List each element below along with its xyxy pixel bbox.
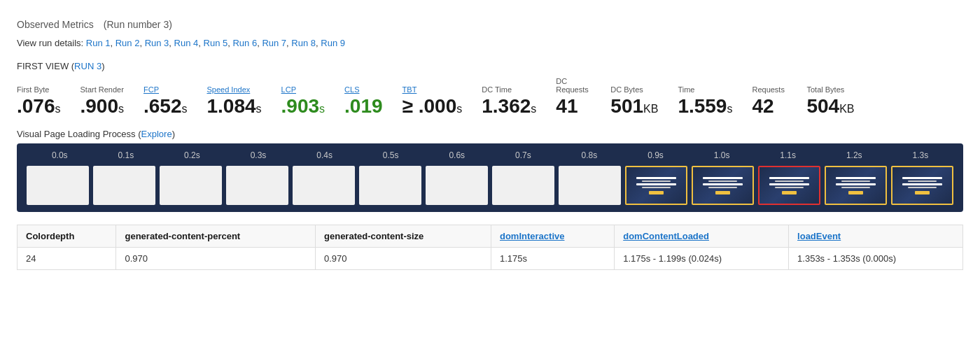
timestamp-13: 1.3s (888, 150, 954, 160)
metric-label-4[interactable]: LCP (281, 85, 326, 94)
table-cell-4: 1.175s - 1.199s (0.024s) (615, 248, 789, 270)
table-cell-2: 0.970 (316, 248, 491, 270)
run-link-7[interactable]: Run 7 (262, 38, 286, 48)
timestamp-3: 0.3s (225, 150, 292, 160)
filmstrip-timestamps: 0.0s0.1s0.2s0.3s0.4s0.5s0.6s0.7s0.8s0.9s… (27, 150, 953, 160)
first-view-label: FIRST VIEW (RUN 3) (17, 61, 963, 71)
table-header-5[interactable]: loadEvent (789, 225, 963, 248)
table-header-3[interactable]: domInteractive (491, 225, 614, 248)
filmstrip-frame-0 (27, 166, 89, 205)
metric-item-5: CLS.019 (344, 85, 383, 116)
page-title: Observed Metrics (Run number 3) (17, 14, 963, 32)
timestamp-0: 0.0s (27, 150, 93, 160)
metric-label-7: DC Time (482, 85, 536, 94)
table-cell-5: 1.353s - 1.353s (0.000s) (789, 248, 963, 270)
filmstrip-frame-7 (492, 166, 554, 205)
metric-label-5[interactable]: CLS (344, 85, 383, 94)
metric-value-12: 504KB (806, 97, 854, 116)
title-text: Observed Metrics (17, 19, 94, 30)
metric-item-12: Total Bytes504KB (806, 85, 854, 116)
title-subtitle: (Run number 3) (104, 19, 172, 30)
timestamp-2: 0.2s (159, 150, 225, 160)
run-links: View run details: Run 1, Run 2, Run 3, R… (17, 38, 963, 48)
visual-label-text: Visual Page Loading Process (17, 129, 136, 139)
metric-item-8: DCRequests41 (556, 77, 591, 116)
metric-label-11: Requests (752, 85, 787, 94)
timestamp-6: 0.6s (424, 150, 490, 160)
metric-label-1: Start Render (80, 85, 125, 94)
first-view-run-link[interactable]: RUN 3 (74, 61, 102, 71)
metric-item-9: DC Bytes501KB (610, 85, 658, 116)
metric-item-3: Speed Index1.084s (207, 85, 262, 116)
timestamp-8: 0.8s (556, 150, 623, 160)
metric-label-8: DCRequests (556, 77, 591, 94)
filmstrip-frame-8 (559, 166, 621, 205)
metric-value-2: .652s (144, 97, 188, 116)
first-view-text: FIRST VIEW (17, 61, 69, 71)
metric-value-11: 42 (752, 97, 787, 116)
metric-item-11: Requests42 (752, 85, 787, 116)
metric-item-0: First Byte.076s (17, 85, 61, 116)
table-header-0: Colordepth (18, 225, 116, 248)
run-link-8[interactable]: Run 8 (291, 38, 316, 48)
metric-label-9: DC Bytes (610, 85, 658, 94)
table-cell-0: 24 (18, 248, 116, 270)
filmstrip: 0.0s0.1s0.2s0.3s0.4s0.5s0.6s0.7s0.8s0.9s… (17, 143, 963, 212)
run-link-1[interactable]: Run 1 (86, 38, 111, 48)
filmstrip-frame-6 (426, 166, 488, 205)
metric-value-9: 501KB (610, 97, 658, 116)
filmstrip-frame-10 (692, 166, 754, 205)
filmstrip-frame-3 (226, 166, 288, 205)
explore-link[interactable]: Explore (141, 129, 172, 139)
metric-label-6[interactable]: TBT (402, 85, 463, 94)
metric-value-8: 41 (556, 97, 591, 116)
metric-item-1: Start Render.900s (80, 85, 125, 116)
metric-item-7: DC Time1.362s (482, 85, 536, 116)
filmstrip-frame-5 (359, 166, 421, 205)
metric-value-6: ≥ .000s (402, 97, 463, 116)
filmstrip-frame-1 (93, 166, 155, 205)
filmstrip-frame-11 (758, 166, 820, 205)
table-header-1: generated-content-percent (116, 225, 316, 248)
metric-value-7: 1.362s (482, 97, 536, 116)
run-links-prefix: View run details: (17, 38, 83, 48)
run-link-5[interactable]: Run 5 (204, 38, 228, 48)
table-header-4[interactable]: domContentLoaded (615, 225, 789, 248)
run-link-2[interactable]: Run 2 (115, 38, 140, 48)
data-table: Colordepthgenerated-content-percentgener… (17, 225, 963, 270)
metric-value-10: 1.559s (678, 97, 732, 116)
table-cell-1: 0.970 (116, 248, 316, 270)
table-row: 240.9700.9701.175s1.175s - 1.199s (0.024… (18, 248, 963, 270)
timestamp-11: 1.1s (755, 150, 821, 160)
filmstrip-frame-9 (625, 166, 687, 205)
metric-label-2[interactable]: FCP (144, 85, 188, 94)
timestamp-4: 0.4s (291, 150, 358, 160)
metrics-row: First Byte.076sStart Render.900sFCP.652s… (17, 77, 963, 116)
metric-label-0: First Byte (17, 85, 61, 94)
run-link-9[interactable]: Run 9 (321, 38, 345, 48)
timestamp-10: 1.0s (689, 150, 755, 160)
filmstrip-frame-12 (825, 166, 887, 205)
table-cell-3: 1.175s (491, 248, 614, 270)
metric-item-6: TBT≥ .000s (402, 85, 463, 116)
table-header-2: generated-content-size (316, 225, 491, 248)
metric-value-5: .019 (344, 97, 383, 116)
run-link-6[interactable]: Run 6 (232, 38, 257, 48)
filmstrip-frame-4 (293, 166, 355, 205)
metric-label-10: Time (678, 85, 732, 94)
metric-label-3[interactable]: Speed Index (207, 85, 262, 94)
timestamp-1: 0.1s (93, 150, 160, 160)
metric-item-4: LCP.903s (281, 85, 326, 116)
filmstrip-frame-13 (891, 166, 953, 205)
filmstrip-frames (27, 166, 953, 205)
metric-item-10: Time1.559s (678, 85, 732, 116)
metric-value-0: .076s (17, 97, 61, 116)
timestamp-5: 0.5s (358, 150, 424, 160)
metric-value-1: .900s (80, 97, 125, 116)
run-link-3[interactable]: Run 3 (145, 38, 169, 48)
metric-value-3: 1.084s (207, 97, 262, 116)
visual-section-label: Visual Page Loading Process (Explore) (17, 129, 963, 139)
filmstrip-frame-2 (160, 166, 222, 205)
metric-label-12: Total Bytes (806, 85, 854, 94)
run-link-4[interactable]: Run 4 (174, 38, 199, 48)
